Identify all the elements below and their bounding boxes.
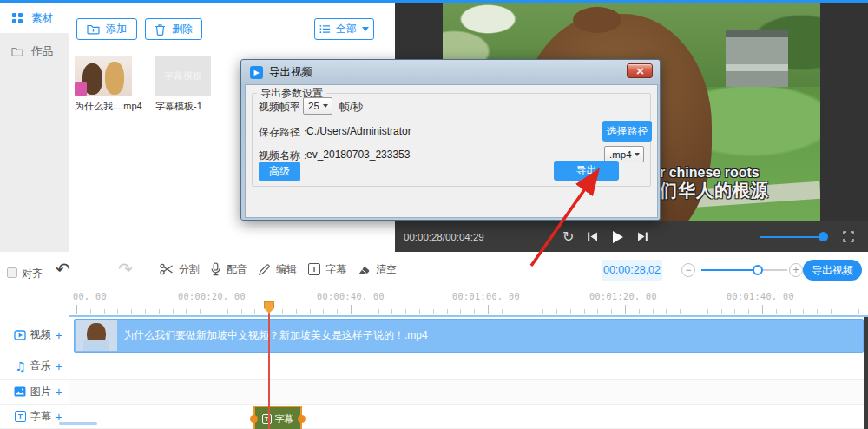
tracks-right-edge — [864, 317, 868, 429]
clip-thumbnail — [76, 320, 117, 351]
filter-dropdown[interactable]: 全部 — [314, 18, 374, 40]
playhead-line — [268, 311, 270, 429]
ruler-tick-label: 00, 00 — [73, 292, 107, 301]
dialog-close-button[interactable] — [627, 63, 653, 78]
zoom-in-button[interactable]: + — [789, 263, 803, 277]
subtitle-button[interactable]: T 字幕 — [308, 257, 346, 281]
framerate-value: 25 — [308, 101, 319, 111]
track-header-subtitle: T 字幕 + — [0, 405, 69, 428]
text-icon: T — [308, 263, 320, 275]
horizontal-scrollbar[interactable] — [59, 422, 97, 425]
media-item-video-thumbnail[interactable] — [75, 56, 132, 96]
fullscreen-button[interactable] — [843, 231, 854, 242]
delete-button[interactable]: 删除 — [145, 18, 202, 40]
track-row-picture: 图片 + — [0, 380, 868, 405]
subtitle-track-icon: T — [15, 411, 26, 422]
timeline-ruler[interactable]: 00, 00 00:00:20, 00 00:00:40, 00 00:01:0… — [0, 287, 868, 317]
thumbnail-figure — [75, 82, 87, 96]
name-field[interactable]: ev_20180703_233353 — [306, 148, 410, 161]
add-track-button[interactable]: + — [56, 411, 62, 423]
clear-label: 清空 — [376, 262, 397, 277]
undo-button[interactable]: ↶ — [56, 259, 70, 280]
framerate-unit: 帧/秒 — [339, 100, 363, 115]
export-video-button[interactable]: 导出视频 — [803, 260, 862, 280]
player-controls: 00:00:28/00:04:29 ↻ — [395, 221, 868, 252]
zoom-out-button[interactable]: − — [681, 263, 695, 277]
add-track-button[interactable]: + — [56, 360, 62, 373]
video-subtitle-overlay: r chinese roots 们华人的根源 — [660, 165, 820, 201]
playback-time: 00:00:28/00:04:29 — [404, 221, 484, 252]
edit-label: 编辑 — [276, 262, 297, 277]
loop-button[interactable]: ↻ — [562, 228, 574, 245]
volume-slider[interactable] — [760, 236, 825, 238]
sidebar-item-materials[interactable]: 素材 — [0, 3, 69, 33]
current-time-field[interactable]: 00:00:28,02 — [602, 260, 662, 280]
trash-icon — [155, 23, 166, 36]
dialog-title: 导出视频 — [269, 65, 312, 80]
add-track-button[interactable]: + — [56, 329, 62, 341]
sidebar-item-works[interactable]: 作品 — [0, 38, 69, 64]
advanced-button[interactable]: 高级 — [259, 162, 300, 182]
music-track-icon: ♫ — [15, 360, 26, 373]
track-label: 视频 — [30, 327, 51, 342]
library-sidebar: 素材 作品 — [0, 3, 69, 252]
subtitle-line-2: 们华人的根源 — [660, 181, 820, 201]
ruler-tick-label: 00:01:00, 00 — [452, 292, 520, 301]
list-icon — [319, 24, 331, 34]
edit-button[interactable]: 编辑 — [258, 257, 297, 281]
dialog-body: 导出参数设置 视频帧率： 25 帧/秒 保存路径： C:/Users/Admin… — [245, 84, 658, 218]
ruler-tick-label: 00:00:20, 00 — [178, 292, 246, 301]
caret-down-icon — [362, 27, 369, 31]
timeline-tracks: 视频 + 为什么我们要做新加坡中文视频？新加坡美女是这样子说的！.mp4 ♫ 音… — [0, 317, 868, 429]
dialog-titlebar[interactable]: ▶ 导出视频 — [250, 65, 312, 80]
scene-person-bun — [573, 7, 621, 33]
clip-trim-handle-right[interactable] — [298, 415, 306, 423]
video-clip-label: 为什么我们要做新加坡中文视频？新加坡美女是这样子说的！.mp4 — [123, 328, 428, 343]
track-label: 字幕 — [30, 409, 51, 424]
sidebar-item-label: 作品 — [31, 44, 53, 59]
track-header-video: 视频 + — [0, 317, 69, 353]
framerate-select[interactable]: 25 — [303, 97, 332, 115]
picture-track-icon — [14, 386, 26, 397]
close-icon — [636, 68, 644, 75]
subtitle-label: 字幕 — [326, 262, 346, 277]
subtitle-line-1: r chinese roots — [660, 165, 820, 181]
dub-button[interactable]: 配音 — [210, 257, 247, 281]
media-item-template-label: 字幕模板-1 — [155, 100, 202, 113]
microphone-icon — [210, 262, 221, 276]
clip-trim-handle-left[interactable] — [250, 415, 258, 423]
pencil-icon — [258, 263, 271, 276]
choose-path-button[interactable]: 选择路径 — [602, 121, 652, 142]
path-value: C:/Users/Administrator — [306, 125, 411, 137]
grid-icon — [11, 12, 23, 24]
track-header-music: ♫ 音乐 + — [0, 353, 69, 379]
split-button[interactable]: 分割 — [160, 257, 200, 281]
add-track-button[interactable]: + — [56, 386, 62, 398]
thumbnail-figure — [83, 340, 109, 351]
video-clip[interactable]: 为什么我们要做新加坡中文视频？新加坡美女是这样子说的！.mp4 — [74, 319, 864, 353]
ruler-tick-label: 00:00:40, 00 — [317, 292, 385, 301]
add-button[interactable]: 添加 — [76, 18, 137, 40]
redo-button[interactable]: ↷ — [118, 259, 133, 280]
volume-slider-handle[interactable] — [819, 232, 828, 241]
align-label: 对齐 — [22, 267, 43, 281]
subtitle-clip[interactable]: T 字幕 — [253, 406, 302, 429]
play-button[interactable] — [611, 230, 624, 244]
align-checkbox[interactable] — [7, 267, 17, 278]
media-item-template-thumbnail[interactable]: 字幕模板 — [155, 56, 211, 96]
ruler-major-ticks — [76, 305, 868, 314]
track-label: 图片 — [30, 385, 51, 399]
next-button[interactable] — [637, 231, 648, 242]
video-track-icon — [14, 330, 26, 340]
thumbnail-figure — [105, 62, 124, 95]
timeline-zoom-slider-handle[interactable] — [753, 265, 763, 275]
previous-button[interactable] — [587, 231, 598, 242]
timeline-zoom-slider-fill — [701, 269, 758, 271]
extension-value: .mp4 — [609, 149, 632, 160]
split-label: 分割 — [179, 262, 200, 277]
ruler-tick-label: 00:01:20, 00 — [589, 292, 657, 301]
sidebar-item-label: 素材 — [31, 11, 53, 26]
track-row-video: 视频 + 为什么我们要做新加坡中文视频？新加坡美女是这样子说的！.mp4 — [0, 317, 868, 353]
clear-button[interactable]: 清空 — [358, 257, 397, 281]
dialog-export-button[interactable]: 导出 — [554, 161, 619, 181]
